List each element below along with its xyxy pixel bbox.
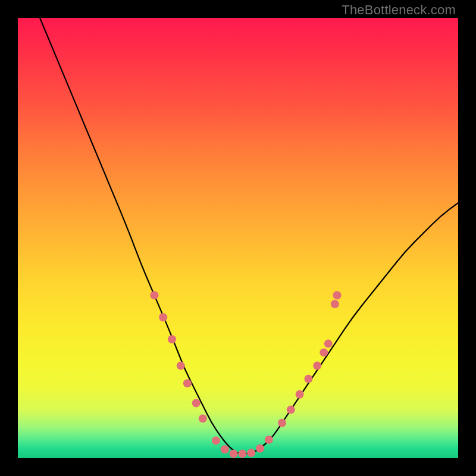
- plot-area: [18, 18, 458, 458]
- data-marker: [304, 375, 312, 383]
- data-marker: [278, 419, 286, 427]
- data-marker: [247, 449, 255, 457]
- watermark-text: TheBottleneck.com: [342, 2, 456, 18]
- data-marker: [256, 444, 264, 453]
- data-marker: [324, 340, 333, 348]
- data-marker: [192, 399, 201, 408]
- data-marker: [159, 313, 167, 321]
- data-marker: [313, 362, 321, 370]
- data-marker: [150, 291, 158, 299]
- data-marker: [230, 450, 238, 458]
- chart-frame: TheBottleneck.com: [0, 0, 476, 476]
- bottleneck-curve: [40, 18, 458, 454]
- data-marker: [177, 362, 185, 370]
- data-marker: [333, 291, 342, 299]
- data-marker: [238, 450, 246, 458]
- data-marker: [168, 335, 176, 343]
- data-marker: [183, 379, 192, 387]
- curve-markers: [150, 291, 341, 458]
- data-marker: [320, 348, 328, 356]
- data-marker: [296, 390, 304, 399]
- data-marker: [287, 406, 295, 414]
- curve-layer: [18, 18, 458, 458]
- data-marker: [212, 436, 220, 444]
- data-marker: [199, 414, 207, 422]
- data-marker: [265, 436, 273, 444]
- data-marker: [221, 445, 229, 453]
- data-marker: [331, 300, 339, 308]
